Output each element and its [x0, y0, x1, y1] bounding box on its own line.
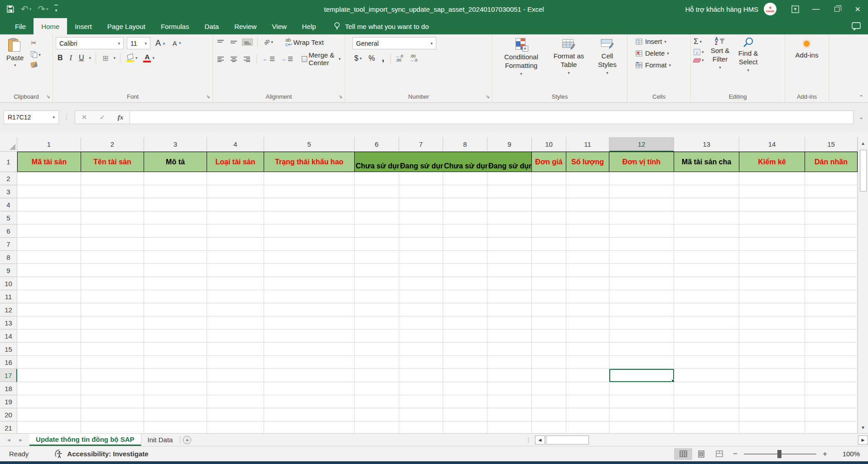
- formula-input[interactable]: [130, 110, 854, 124]
- grid-cell-r4-c1[interactable]: [17, 198, 81, 211]
- grid-cell-r9-c6[interactable]: [355, 264, 399, 277]
- comma-style-button[interactable]: ,: [380, 53, 386, 63]
- ribbon-tab-data[interactable]: Data: [197, 18, 227, 34]
- grid-cell-r20-c4[interactable]: [207, 408, 264, 421]
- grid-cell-r2-c5[interactable]: [264, 172, 355, 185]
- grid-cell-r10-c2[interactable]: [81, 277, 144, 290]
- header-cell-col-11[interactable]: Số lượng: [566, 152, 609, 172]
- grid-cell-r2-c14[interactable]: [739, 172, 805, 185]
- grid-cell-r14-c15[interactable]: [805, 330, 858, 343]
- grid-cell-r19-c8[interactable]: [443, 395, 487, 408]
- restore-button[interactable]: [826, 0, 847, 18]
- grid-cell-r16-c2[interactable]: [81, 356, 144, 369]
- grid-cell-r12-c6[interactable]: [355, 303, 399, 316]
- header-cell-col-12[interactable]: Đơn vị tính: [609, 152, 674, 172]
- row-header-14[interactable]: 14: [0, 330, 17, 343]
- borders-button[interactable]: ⊞: [101, 54, 110, 62]
- grid-cell-r17-c5[interactable]: [264, 369, 355, 382]
- grid-cell-r19-c1[interactable]: [17, 395, 81, 408]
- grid-cell-r13-c12[interactable]: [609, 316, 674, 330]
- grid-cell-r11-c11[interactable]: [566, 290, 609, 303]
- grid-cell-r7-c10[interactable]: [532, 238, 566, 251]
- grid-cell-r4-c8[interactable]: [443, 198, 487, 211]
- sheet-nav-right-icon[interactable]: ▸: [19, 436, 23, 443]
- grid-cell-r17-c11[interactable]: [566, 369, 609, 382]
- grid-cell-r15-c2[interactable]: [81, 343, 144, 356]
- grid-cell-r9-c2[interactable]: [81, 264, 144, 277]
- number-dialog-launcher-icon[interactable]: ⇘: [486, 94, 490, 100]
- grid-cell-r12-c12[interactable]: [609, 303, 674, 316]
- expand-formula-bar-icon[interactable]: ⌄: [856, 114, 866, 120]
- horizontal-scroll-thumb[interactable]: [546, 435, 589, 445]
- grid-cell-r2-c15[interactable]: [805, 172, 858, 185]
- grid-cell-r15-c10[interactable]: [532, 343, 566, 356]
- grid-cell-r15-c6[interactable]: [355, 343, 399, 356]
- grid-cell-r16-c7[interactable]: [399, 356, 443, 369]
- sheet-tab-init-data[interactable]: Init Data: [141, 434, 179, 446]
- grid-cell-r13-c15[interactable]: [805, 316, 858, 330]
- grid-cell-r15-c7[interactable]: [399, 343, 443, 356]
- column-header-9[interactable]: 9: [487, 137, 532, 152]
- grid-cell-r12-c15[interactable]: [805, 303, 858, 316]
- customize-qat-icon[interactable]: ▔▾: [55, 6, 58, 12]
- grid-cell-r11-c2[interactable]: [81, 290, 144, 303]
- grid-cell-r10-c7[interactable]: [399, 277, 443, 290]
- grid-cell-r5-c10[interactable]: [532, 211, 566, 225]
- grid-cell-r3-c3[interactable]: [144, 185, 207, 198]
- grid-cell-r6-c11[interactable]: [566, 225, 609, 238]
- grid-cell-r14-c13[interactable]: [674, 330, 739, 343]
- grid-cell-r20-c9[interactable]: [487, 408, 532, 421]
- grid-cell-r13-c6[interactable]: [355, 316, 399, 330]
- header-cell-col-1[interactable]: Mã tài sản: [17, 152, 81, 172]
- tell-me-box[interactable]: Tell me what you want to do: [333, 18, 429, 34]
- grid-cell-r13-c11[interactable]: [566, 316, 609, 330]
- column-header-3[interactable]: 3: [144, 137, 207, 152]
- grid-cell-r8-c13[interactable]: [674, 251, 739, 264]
- grid-cell-r20-c8[interactable]: [443, 408, 487, 421]
- grid-cell-r19-c2[interactable]: [81, 395, 144, 408]
- row-header-8[interactable]: 8: [0, 251, 17, 264]
- grid-cell-r7-c2[interactable]: [81, 238, 144, 251]
- grid-cell-r17-c14[interactable]: [739, 369, 805, 382]
- cancel-icon[interactable]: ✕: [75, 113, 93, 121]
- align-left-button[interactable]: [216, 56, 226, 62]
- number-format-select[interactable]: General▾: [352, 37, 436, 49]
- grid-cell-r10-c9[interactable]: [487, 277, 532, 290]
- grid-cell-r6-c2[interactable]: [81, 225, 144, 238]
- conditional-formatting-button[interactable]: ≠ Conditional Formatting ▾: [497, 37, 546, 91]
- grid-cell-r20-c13[interactable]: [674, 408, 739, 421]
- align-middle-button[interactable]: [229, 39, 239, 45]
- grid-cell-r17-c7[interactable]: [399, 369, 443, 382]
- grid-cell-r21-c5[interactable]: [264, 421, 355, 433]
- grid-cell-r19-c13[interactable]: [674, 395, 739, 408]
- grid-cell-r19-c9[interactable]: [487, 395, 532, 408]
- grid-cell-r7-c14[interactable]: [739, 238, 805, 251]
- scroll-left-icon[interactable]: ◀: [535, 435, 545, 445]
- grid-cell-r15-c5[interactable]: [264, 343, 355, 356]
- row-header-16[interactable]: 16: [0, 356, 17, 369]
- decrease-decimal-button[interactable]: .00→.0: [410, 54, 418, 62]
- grid-cell-r14-c5[interactable]: [264, 330, 355, 343]
- grid-cell-r14-c6[interactable]: [355, 330, 399, 343]
- sheet-tab-update[interactable]: Update thông tin đồng bộ SAP: [29, 434, 141, 446]
- grid-cell-r11-c9[interactable]: [487, 290, 532, 303]
- grid-cell-r16-c13[interactable]: [674, 356, 739, 369]
- column-header-8[interactable]: 8: [443, 137, 487, 152]
- grid-cell-r4-c14[interactable]: [739, 198, 805, 211]
- grid-cell-r2-c7[interactable]: [399, 172, 443, 185]
- orientation-button[interactable]: ab▾: [262, 38, 275, 46]
- grid-cell-r14-c4[interactable]: [207, 330, 264, 343]
- grid-cell-r11-c3[interactable]: [144, 290, 207, 303]
- header-cell-segment-9[interactable]: Đang sử dụng: [487, 152, 532, 172]
- underline-dropdown[interactable]: ▾: [89, 56, 91, 60]
- column-header-15[interactable]: 15: [805, 137, 858, 152]
- ribbon-tab-file[interactable]: File: [7, 18, 34, 34]
- paste-button[interactable]: Paste ▾: [3, 37, 27, 91]
- row-header-4[interactable]: 4: [0, 198, 17, 211]
- grid-cell-r3-c14[interactable]: [739, 185, 805, 198]
- grid-cell-r20-c7[interactable]: [399, 408, 443, 421]
- grid-cell-r14-c8[interactable]: [443, 330, 487, 343]
- grid-cell-r4-c4[interactable]: [207, 198, 264, 211]
- zoom-level[interactable]: 100%: [832, 450, 860, 458]
- row-header-2[interactable]: 2: [0, 172, 17, 185]
